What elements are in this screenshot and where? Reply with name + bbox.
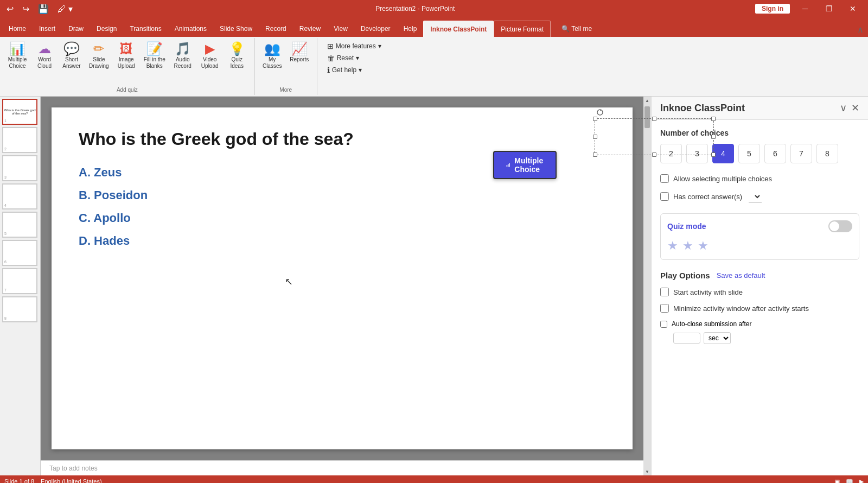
- slide-question: Who is the Greek god of the sea?: [79, 129, 605, 149]
- my-classes-button[interactable]: 👥 MyClasses: [259, 40, 285, 72]
- slide-thumb-2[interactable]: 2: [2, 127, 37, 153]
- notes-bar[interactable]: Tap to add notes: [41, 460, 643, 475]
- word-cloud-button[interactable]: ☁ WordCloud: [31, 40, 58, 72]
- minimize-window-checkbox[interactable]: [660, 304, 669, 313]
- handle-bl[interactable]: [593, 152, 597, 157]
- undo-button[interactable]: ↩: [4, 4, 16, 14]
- fill-blanks-button[interactable]: 📝 Fill in theBlanks: [141, 40, 169, 72]
- panel-close-button[interactable]: ✕: [851, 102, 859, 114]
- view-controls: ▣ 📖 ▶: [834, 478, 864, 484]
- choice-btn-5[interactable]: 5: [738, 144, 760, 163]
- allow-multiple-row: Allow selecting multiple choices: [660, 174, 859, 183]
- tab-slideshow[interactable]: Slide Show: [213, 21, 259, 37]
- autoclose-row: Auto-close submission after: [660, 320, 859, 328]
- choice-btn-8[interactable]: 8: [816, 144, 838, 163]
- star-2: ★: [682, 239, 693, 253]
- slide-thumb-7[interactable]: 7: [2, 268, 37, 294]
- svg-rect-2: [508, 164, 509, 167]
- has-correct-checkbox[interactable]: [660, 192, 669, 201]
- extra-buttons-group: ⊞ More features ▾ 🗑 Reset ▾ ℹ Get help ▾: [317, 38, 391, 95]
- reset-chevron: ▾: [356, 54, 359, 62]
- normal-view-button[interactable]: ▣: [834, 478, 840, 484]
- minimize-window-button[interactable]: ─: [794, 0, 816, 17]
- customize-button[interactable]: 🖊 ▾: [55, 4, 75, 14]
- autoclose-checkbox[interactable]: [660, 321, 667, 328]
- tab-transitions[interactable]: Transitions: [123, 21, 168, 37]
- tab-insert[interactable]: Insert: [33, 21, 62, 37]
- save-button[interactable]: 💾: [36, 4, 51, 14]
- mouse-cursor: ↖: [285, 276, 293, 288]
- panel-collapse-button[interactable]: ∨: [840, 102, 847, 114]
- slide-thumb-4[interactable]: 4: [2, 183, 37, 209]
- autoclose-label: Auto-close submission after: [672, 320, 751, 328]
- start-with-slide-checkbox[interactable]: [660, 288, 669, 296]
- rotate-handle[interactable]: [596, 109, 604, 118]
- choice-btn-3[interactable]: 3: [686, 144, 708, 163]
- redo-button[interactable]: ↪: [20, 4, 31, 14]
- scroll-up-button[interactable]: ▲: [643, 97, 651, 104]
- slide-canvas[interactable]: Who is the Greek god of the sea? A. Zeus…: [52, 107, 633, 449]
- short-answer-icon: 💬: [63, 42, 80, 55]
- choice-btn-2[interactable]: 2: [660, 144, 682, 163]
- reading-view-button[interactable]: 📖: [846, 478, 853, 484]
- tab-draw[interactable]: Draw: [62, 21, 90, 37]
- reset-button[interactable]: 🗑 Reset ▾: [324, 52, 385, 64]
- short-answer-button[interactable]: 💬 ShortAnswer: [59, 40, 85, 72]
- slideshow-button[interactable]: ▶: [859, 478, 864, 484]
- reset-label: Reset: [337, 54, 354, 62]
- restore-window-button[interactable]: ❐: [818, 0, 840, 17]
- get-help-icon: ℹ: [327, 66, 330, 74]
- tab-picture-format[interactable]: Picture Format: [494, 21, 551, 37]
- save-default-button[interactable]: Save as default: [717, 271, 765, 279]
- tab-inknoe-classpoint[interactable]: Inknoe ClassPoint: [423, 21, 494, 37]
- panel-header: Inknoe ClassPoint ∨ ✕: [652, 97, 868, 120]
- autoclose-unit-select[interactable]: sec min: [704, 332, 731, 344]
- slide-drawing-button[interactable]: ✏ SlideDrawing: [86, 40, 112, 72]
- scroll-down-button[interactable]: ▼: [643, 468, 651, 475]
- play-options-header: Play Options Save as default: [660, 271, 859, 280]
- mc-widget[interactable]: Multiple Choice: [493, 151, 557, 179]
- autoclose-value-input[interactable]: [673, 333, 700, 344]
- canvas-wrapper: Who is the Greek god of the sea? A. Zeus…: [41, 97, 651, 475]
- slide-thumb-5[interactable]: 5: [2, 212, 37, 238]
- quiz-ideas-button[interactable]: 💡 QuizIdeas: [224, 40, 250, 72]
- tab-help[interactable]: Help: [397, 21, 424, 37]
- correct-answer-select[interactable]: [749, 190, 762, 202]
- ribbon-collapse-button[interactable]: ∧: [853, 22, 868, 37]
- choice-btn-7[interactable]: 7: [790, 144, 812, 163]
- tab-review[interactable]: Review: [293, 21, 327, 37]
- allow-multiple-checkbox[interactable]: [660, 174, 669, 183]
- signin-button[interactable]: Sign in: [755, 4, 790, 14]
- tab-design[interactable]: Design: [90, 21, 123, 37]
- panel-title: Inknoe ClassPoint: [660, 103, 745, 114]
- audio-record-button[interactable]: 🎵 AudioRecord: [170, 40, 196, 72]
- tab-home[interactable]: Home: [2, 21, 33, 37]
- scroll-thumb[interactable]: [644, 106, 650, 128]
- tab-tell-me[interactable]: 🔍 Tell me: [555, 21, 598, 37]
- quiz-mode-label: Quiz mode: [667, 222, 706, 231]
- multiple-choice-button[interactable]: 📊 MultipleChoice: [4, 40, 30, 72]
- more-features-button[interactable]: ⊞ More features ▾: [324, 40, 385, 52]
- slide-thumb-6[interactable]: 6: [2, 240, 37, 266]
- window-controls: ─ ❐ ✕: [794, 0, 864, 17]
- tab-animations[interactable]: Animations: [168, 21, 213, 37]
- image-upload-button[interactable]: 🖼 ImageUpload: [113, 40, 139, 72]
- close-window-button[interactable]: ✕: [842, 0, 864, 17]
- tab-developer[interactable]: Developer: [354, 21, 397, 37]
- right-panel: Inknoe ClassPoint ∨ ✕ Number of choices …: [651, 97, 868, 475]
- tab-record[interactable]: Record: [259, 21, 293, 37]
- video-upload-button[interactable]: ▶ VideoUpload: [197, 40, 223, 72]
- choice-btn-4[interactable]: 4: [712, 144, 734, 163]
- tab-view[interactable]: View: [327, 21, 354, 37]
- quiz-mode-toggle[interactable]: [828, 220, 852, 232]
- slide-thumb-3[interactable]: 3: [2, 155, 37, 181]
- slide-thumb-1[interactable]: Who is the Greek godof the sea? 1: [2, 99, 37, 125]
- reports-button[interactable]: 📈 Reports: [286, 40, 312, 65]
- canvas-scrollbar: ▲ ▼: [643, 97, 651, 475]
- slide-answer-b: B. Poseidon: [79, 188, 605, 202]
- stars-row: ★ ★ ★: [667, 239, 852, 253]
- get-help-button[interactable]: ℹ Get help ▾: [324, 64, 385, 76]
- slide-thumb-8[interactable]: 8: [2, 296, 37, 322]
- choice-btn-6[interactable]: 6: [764, 144, 786, 163]
- multiple-choice-icon: 📊: [9, 42, 25, 55]
